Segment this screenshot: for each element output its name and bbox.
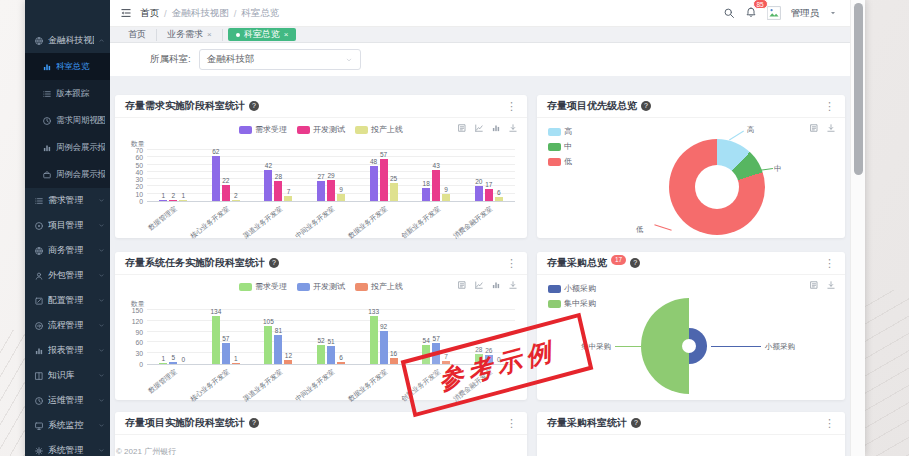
- tab-business-demand[interactable]: 业务需求×: [157, 29, 223, 41]
- data-view-icon[interactable]: [809, 123, 819, 133]
- breadcrumb-home[interactable]: 首页: [140, 7, 159, 20]
- data-view-icon[interactable]: [457, 280, 467, 290]
- sidebar-item-config-management[interactable]: 配置管理: [25, 288, 110, 313]
- bar-value-label: 51: [327, 338, 334, 345]
- breadcrumb-section[interactable]: 金融科技视图: [172, 7, 229, 20]
- sidebar-item-weekly-report-project[interactable]: 周例会展示报表-项目: [25, 134, 110, 161]
- bar: 134: [212, 316, 220, 364]
- kebab-menu-icon[interactable]: ⋮: [506, 100, 517, 113]
- sidebar-item-weekly-report-procurement[interactable]: 周例会展示报表-采购: [25, 161, 110, 188]
- bar-value-label: 1: [234, 355, 238, 362]
- download-icon[interactable]: [508, 123, 518, 133]
- sidebar-item-dept-overview[interactable]: 科室总览: [25, 53, 110, 80]
- tab-dept-overview[interactable]: 科室总览×: [228, 28, 297, 41]
- bar-chart-icon[interactable]: [491, 123, 501, 133]
- bar-value-label: 12: [285, 352, 292, 359]
- help-icon[interactable]: ?: [269, 258, 279, 268]
- kebab-menu-icon[interactable]: ⋮: [824, 100, 835, 113]
- bar: 6: [495, 197, 503, 201]
- bar: 62: [212, 156, 220, 201]
- legend-swatch: [355, 126, 368, 134]
- bar: 2: [232, 200, 240, 202]
- download-icon[interactable]: [826, 280, 836, 290]
- legend-item[interactable]: 集中采购: [548, 298, 596, 309]
- sidebar-item-project-management[interactable]: 项目管理: [25, 213, 110, 238]
- x-axis-label: 数据管理室: [147, 204, 180, 233]
- sidebar-item-label: 系统管理: [48, 444, 94, 456]
- card-title: 存量需求实施阶段科室统计: [125, 99, 245, 113]
- bar-value-label: 0: [181, 356, 185, 363]
- help-icon[interactable]: ?: [641, 101, 651, 111]
- sidebar-item-label: 知识库: [48, 369, 94, 382]
- sidebar: 金融科技视图科室总览版本跟踪需求周期视图周例会展示报表-项目周例会展示报表-采购…: [25, 0, 110, 456]
- scrollbar: [850, 0, 865, 456]
- download-icon[interactable]: [826, 123, 836, 133]
- legend-item[interactable]: 小额采购: [548, 283, 596, 294]
- legend-item[interactable]: 中: [548, 141, 572, 152]
- department-select[interactable]: 金融科技部: [199, 49, 361, 70]
- bar-group: 42287渠道业务开发室: [252, 151, 305, 201]
- legend-item[interactable]: 开发测试: [297, 281, 345, 292]
- legend-item[interactable]: 开发测试: [297, 124, 345, 135]
- bar: 5: [169, 362, 177, 364]
- bar: 1: [159, 363, 167, 365]
- sidebar-item-knowledge-base[interactable]: 知识库: [25, 363, 110, 388]
- y-axis-tick: 20: [135, 183, 143, 190]
- kebab-menu-icon[interactable]: ⋮: [824, 257, 835, 270]
- avatar[interactable]: [767, 6, 781, 20]
- data-view-icon[interactable]: [809, 280, 819, 290]
- help-icon[interactable]: ?: [249, 101, 259, 111]
- help-icon[interactable]: ?: [631, 418, 641, 428]
- bar: 2: [169, 200, 177, 202]
- bar-group: 150数据管理室: [147, 311, 200, 364]
- sidebar-item-business-management[interactable]: 商务管理: [25, 238, 110, 263]
- sidebar-item-version-tracking[interactable]: 版本跟踪: [25, 80, 110, 107]
- close-tab-icon[interactable]: ×: [284, 30, 289, 39]
- username[interactable]: 管理员: [791, 7, 820, 20]
- data-view-icon[interactable]: [457, 123, 467, 133]
- bar: 16: [390, 358, 398, 364]
- sidebar-item-system-management[interactable]: 系统管理: [25, 438, 110, 456]
- legend-item[interactable]: 低: [548, 156, 572, 167]
- help-icon[interactable]: ?: [249, 418, 259, 428]
- download-icon[interactable]: [508, 280, 518, 290]
- scrollbar-thumb[interactable]: [854, 3, 863, 175]
- line-chart-icon[interactable]: [474, 280, 484, 290]
- legend-item[interactable]: 投产上线: [355, 281, 403, 292]
- sidebar-item-demand-cycle-view[interactable]: 需求周期视图: [25, 107, 110, 134]
- bar-chart-icon[interactable]: [491, 280, 501, 290]
- bar-chart-icon: [42, 62, 52, 72]
- legend-item[interactable]: 高: [548, 126, 572, 137]
- kebab-menu-icon[interactable]: ⋮: [506, 257, 517, 270]
- search-icon[interactable]: [723, 7, 735, 19]
- legend-swatch: [548, 128, 561, 136]
- legend-item[interactable]: 投产上线: [355, 124, 403, 135]
- sidebar-item-system-monitoring[interactable]: 系统监控: [25, 413, 110, 438]
- kebab-menu-icon[interactable]: ⋮: [506, 417, 517, 430]
- kebab-menu-icon[interactable]: ⋮: [824, 417, 835, 430]
- legend-item[interactable]: 需求受理: [239, 124, 287, 135]
- bar: 6: [337, 362, 345, 364]
- sidebar-item-demand-management[interactable]: 需求管理: [25, 188, 110, 213]
- help-icon[interactable]: ?: [630, 258, 640, 268]
- bar: 28: [274, 181, 282, 201]
- x-axis-label: 中间业务开发室: [294, 204, 338, 241]
- sidebar-item-fintech-view[interactable]: 金融科技视图: [25, 28, 110, 53]
- sidebar-item-operations-management[interactable]: 运维管理: [25, 388, 110, 413]
- collapse-menu-icon[interactable]: [120, 7, 132, 19]
- legend-item[interactable]: 需求受理: [239, 281, 287, 292]
- bar: 18: [422, 188, 430, 201]
- card-title: 存量采购总览: [547, 256, 607, 270]
- sidebar-item-process-management[interactable]: 流程管理: [25, 313, 110, 338]
- users-icon: [34, 271, 44, 281]
- sidebar-item-report-management[interactable]: 报表管理: [25, 338, 110, 363]
- sidebar-item-outsourcing-management[interactable]: 外包管理: [25, 263, 110, 288]
- chart-legend: 高中低: [548, 126, 572, 167]
- y-axis: 0306090120150: [125, 311, 147, 365]
- caret-down-icon[interactable]: [829, 9, 837, 17]
- tab-home[interactable]: 首页: [118, 29, 157, 41]
- bar: 1: [232, 363, 240, 365]
- notifications-button[interactable]: 85: [745, 4, 757, 22]
- close-tab-icon[interactable]: ×: [207, 30, 212, 39]
- line-chart-icon[interactable]: [474, 123, 484, 133]
